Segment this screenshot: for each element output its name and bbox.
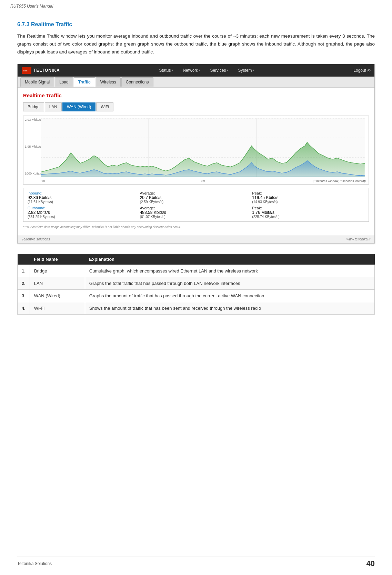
tab-traffic[interactable]: Traffic [74,77,95,87]
field-name: LAN [30,277,85,289]
router-footer-right: www.teltonika.lt [346,237,370,241]
inbound-value: 92.86 Kbits/s [28,195,140,200]
svg-text:≡≡≡: ≡≡≡ [23,70,27,72]
field-name: Bridge [30,265,85,277]
field-explanation: Shows the amount of traffic that has bee… [85,302,374,314]
inbound-stats-row: Inbound: 92.86 Kbits/s (11.61 KBytes/s) … [28,191,364,204]
field-explanation: Graphs the total traffic that has passed… [85,277,374,289]
rt-content: Realtime Traffic Bridge LAN WAN (Wired) … [18,88,374,235]
inbound-avg-sub: (2.59 KBytes/s) [140,200,252,204]
section-heading: 6.7.3 Realtime Traffic [17,21,375,28]
field-name: Wi-Fi [30,302,85,314]
nav-item-services[interactable]: Services ▾ [206,65,232,76]
inbound-peak-sub: (14.93 KBytes/s) [252,200,364,204]
inbound-avg-label: Average: [140,191,252,195]
inbound-avg-col: Average: 20.7 Kbits/s (2.59 KBytes/s) [140,191,252,204]
x-label-3m: 3m [41,179,45,183]
inbound-peak-value: 119.45 Kbits/s [252,195,364,200]
outbound-peak-sub: (225.74 KBytes/s) [252,215,364,219]
inner-tabs: Bridge LAN WAN (Wired) WiFi [23,102,369,111]
outbound-stats-row: Outbound: 2.82 Mbits/s (361.29 KBytes/s)… [28,206,364,219]
outbound-avg-label: Average: [140,206,252,210]
table-col-explanation: Explanation [85,254,374,265]
router-ui-screenshot: ≡≡≡ TELTONIKA Status ▾ Network ▾ Service… [17,64,375,244]
outbound-label: Outbound: [28,206,140,210]
router-footer-left: Teltonika solutions [22,237,50,241]
tab-wan-wired[interactable]: WAN (Wired) [62,102,96,111]
tab-lan[interactable]: LAN [45,102,62,111]
outbound-peak-label: Peak: [252,206,364,210]
table-col-field: Field Name [30,254,85,265]
page-footer: Teltonika Solutions 40 [17,556,375,568]
footer-page: 40 [366,559,375,568]
outbound-value: 2.82 Mbits/s [28,210,140,215]
nav-item-network[interactable]: Network ▾ [179,65,204,76]
inbound-current-col: Inbound: 92.86 Kbits/s (11.61 KBytes/s) [28,191,140,204]
chevron-down-icon: ▾ [253,69,254,72]
outbound-sub: (361.29 KBytes/s) [28,215,140,219]
chevron-down-icon: ▾ [199,69,200,72]
chevron-down-icon: ▾ [172,69,173,72]
tab-bridge[interactable]: Bridge [23,102,44,111]
inbound-peak-col: Peak: 119.45 Kbits/s (14.93 KBytes/s) [252,191,364,204]
inbound-peak-label: Peak: [252,191,364,195]
row-number: 1. [18,265,30,277]
outbound-peak-col: Peak: 1.76 Mbits/s (225.74 KBytes/s) [252,206,364,219]
rt-title: Realtime Traffic [23,92,369,98]
router-logo: ≡≡≡ TELTONIKA [22,67,60,74]
tab-wireless[interactable]: Wireless [96,77,121,87]
disclaimer: * Your carrier's data usage accounting m… [23,224,369,230]
tab-mobile-signal[interactable]: Mobile Signal [20,77,54,87]
inbound-avg-value: 20.7 Kbits/s [140,195,252,200]
logout-icon: ⎋ [368,68,370,73]
table-row: 3. WAN (Wired) Graphs the amount of traf… [18,289,375,302]
row-number: 3. [18,289,30,302]
section-description: The Realtime Traffic window lets you mon… [17,32,375,56]
router-navbar: ≡≡≡ TELTONIKA Status ▾ Network ▾ Service… [18,64,374,77]
tab-wifi[interactable]: WiFi [96,102,113,111]
footer-company: Teltonika Solutions [17,561,52,566]
logout-button[interactable]: Logout ⎋ [353,68,370,73]
graph-window-label: (3 minutes window, 3 seconds interval) [312,179,366,183]
nav-item-system[interactable]: System ▾ [234,65,258,76]
outbound-avg-col: Average: 488.58 Kbits/s (61.07 KBytes/s) [140,206,252,219]
traffic-stats: Inbound: 92.86 Kbits/s (11.61 KBytes/s) … [23,188,369,222]
router-nav-items: Status ▾ Network ▾ Services ▾ System ▾ [155,65,258,76]
tab-connections[interactable]: Connections [121,77,153,87]
outbound-avg-sub: (61.07 KBytes/s) [140,215,252,219]
explanation-table: Field Name Explanation 1. Bridge Cumulat… [17,254,375,315]
field-explanation: Cumulative graph, which encompasses wire… [85,265,374,277]
doc-title: RUT955 User's Manual [10,4,53,9]
tab-load[interactable]: Load [55,77,73,87]
graph-canvas [41,118,365,177]
logo-icon: ≡≡≡ [22,67,31,74]
row-number: 4. [18,302,30,314]
table-col-num [18,254,30,265]
router-ui-footer: Teltonika solutions www.teltonika.lt [18,235,374,243]
x-label-2m: 2m [201,179,205,183]
table-row: 2. LAN Graphs the total traffic that has… [18,277,375,289]
table-row: 4. Wi-Fi Shows the amount of traffic tha… [18,302,375,314]
chevron-down-icon: ▾ [227,69,228,72]
table-row: 1. Bridge Cumulative graph, which encomp… [18,265,375,277]
nav-item-status[interactable]: Status ▾ [155,65,177,76]
main-content: 6.7.3 Realtime Traffic The Realtime Traf… [0,11,392,321]
outbound-current-col: Outbound: 2.82 Mbits/s (361.29 KBytes/s) [28,206,140,219]
field-explanation: Graphs the amount of traffic that has pa… [85,289,374,302]
sub-tabs-bar: Mobile Signal Load Traffic Wireless Conn… [18,77,374,88]
doc-header: RUT955 User's Manual [0,0,392,11]
field-name: WAN (Wired) [30,289,85,302]
inbound-label: Inbound: [28,191,140,195]
row-number: 2. [18,277,30,289]
outbound-avg-value: 488.58 Kbits/s [140,210,252,215]
outbound-peak-value: 1.76 Mbits/s [252,210,364,215]
inbound-sub: (11.61 KBytes/s) [28,200,140,204]
logo-text: TELTONIKA [33,68,60,73]
traffic-graph: 2.93 Mbits/s (375 KBytes/s) 1.95 Mbits/s… [23,116,369,185]
